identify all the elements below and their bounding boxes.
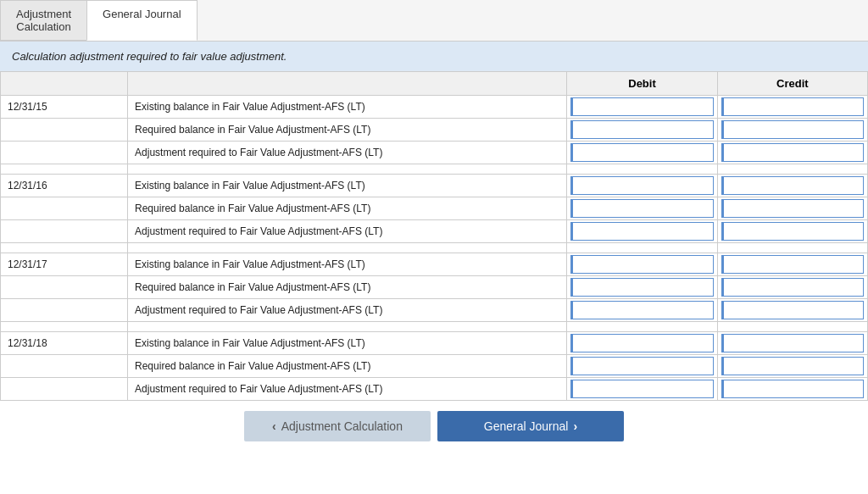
- description-cell: Adjustment required to Fair Value Adjust…: [128, 220, 567, 243]
- date-cell: 12/31/17: [1, 253, 128, 276]
- credit-cell[interactable]: [717, 378, 867, 401]
- debit-input[interactable]: [570, 380, 713, 398]
- header-debit: Debit: [567, 72, 717, 96]
- header-credit: Credit: [717, 72, 867, 96]
- debit-input[interactable]: [570, 255, 713, 274]
- date-cell: 12/31/15: [1, 96, 128, 119]
- debit-cell[interactable]: [567, 175, 717, 197]
- debit-input[interactable]: [570, 120, 713, 139]
- description-cell: Required balance in Fair Value Adjustmen…: [128, 119, 567, 142]
- date-cell: [1, 197, 128, 220]
- table-row: Adjustment required to Fair Value Adjust…: [1, 142, 868, 164]
- table-row: Adjustment required to Fair Value Adjust…: [1, 299, 868, 322]
- debit-input[interactable]: [570, 199, 713, 218]
- table-row: Adjustment required to Fair Value Adjust…: [1, 378, 868, 401]
- spacer-row: [1, 164, 868, 175]
- table-row: 12/31/16Existing balance in Fair Value A…: [1, 175, 868, 197]
- debit-input[interactable]: [570, 222, 713, 241]
- credit-cell[interactable]: [717, 175, 867, 197]
- info-bar: Calculation adjustment required to fair …: [0, 42, 868, 71]
- prev-button-label: Adjustment Calculation: [281, 419, 403, 433]
- credit-cell[interactable]: [717, 299, 867, 322]
- description-cell: Adjustment required to Fair Value Adjust…: [128, 378, 567, 401]
- main-table-container: Debit Credit 12/31/15Existing balance in…: [0, 71, 868, 401]
- credit-cell[interactable]: [717, 96, 867, 119]
- table-row: Adjustment required to Fair Value Adjust…: [1, 220, 868, 243]
- debit-input[interactable]: [570, 278, 713, 297]
- table-row: 12/31/15Existing balance in Fair Value A…: [1, 96, 868, 119]
- credit-cell[interactable]: [717, 276, 867, 299]
- credit-input[interactable]: [721, 255, 864, 274]
- credit-input[interactable]: [721, 199, 864, 218]
- debit-cell[interactable]: [567, 197, 717, 220]
- debit-input[interactable]: [570, 357, 713, 375]
- description-cell: Adjustment required to Fair Value Adjust…: [128, 299, 567, 322]
- date-cell: [1, 220, 128, 243]
- next-button[interactable]: General Journal ›: [437, 411, 624, 441]
- header-desc: [128, 72, 567, 96]
- debit-cell[interactable]: [567, 119, 717, 142]
- debit-cell[interactable]: [567, 96, 717, 119]
- description-cell: Existing balance in Fair Value Adjustmen…: [128, 332, 567, 355]
- date-cell: [1, 142, 128, 164]
- description-cell: Existing balance in Fair Value Adjustmen…: [128, 175, 567, 197]
- description-cell: Required balance in Fair Value Adjustmen…: [128, 197, 567, 220]
- credit-input[interactable]: [721, 301, 864, 319]
- tab-adjustment-calculation[interactable]: Adjustment Calculation: [0, 0, 86, 41]
- spacer-row: [1, 322, 868, 332]
- debit-cell[interactable]: [567, 378, 717, 401]
- prev-chevron-icon: ‹: [272, 419, 276, 433]
- credit-input[interactable]: [721, 176, 864, 195]
- date-cell: 12/31/18: [1, 332, 128, 355]
- credit-input[interactable]: [721, 357, 864, 375]
- credit-cell[interactable]: [717, 220, 867, 243]
- credit-cell[interactable]: [717, 119, 867, 142]
- credit-input[interactable]: [721, 334, 864, 352]
- header-date: [1, 72, 128, 96]
- date-cell: [1, 276, 128, 299]
- debit-input[interactable]: [570, 176, 713, 195]
- debit-input[interactable]: [570, 97, 713, 116]
- prev-button[interactable]: ‹ Adjustment Calculation: [244, 411, 431, 441]
- tab-adjustment-calculation-label: Adjustment Calculation: [16, 8, 71, 33]
- info-bar-text: Calculation adjustment required to fair …: [12, 50, 287, 63]
- debit-cell[interactable]: [567, 276, 717, 299]
- debit-cell[interactable]: [567, 142, 717, 164]
- debit-cell[interactable]: [567, 299, 717, 322]
- date-cell: [1, 355, 128, 378]
- debit-input[interactable]: [570, 334, 713, 352]
- credit-input[interactable]: [721, 120, 864, 139]
- credit-input[interactable]: [721, 380, 864, 398]
- debit-cell[interactable]: [567, 253, 717, 276]
- credit-cell[interactable]: [717, 253, 867, 276]
- spacer-row: [1, 243, 868, 253]
- credit-input[interactable]: [721, 278, 864, 297]
- tab-general-journal-label: General Journal: [103, 8, 181, 20]
- table-row: Required balance in Fair Value Adjustmen…: [1, 276, 868, 299]
- debit-input[interactable]: [570, 301, 713, 319]
- credit-cell[interactable]: [717, 197, 867, 220]
- debit-cell[interactable]: [567, 220, 717, 243]
- debit-cell[interactable]: [567, 332, 717, 355]
- table-row: Required balance in Fair Value Adjustmen…: [1, 197, 868, 220]
- table-row: 12/31/18Existing balance in Fair Value A…: [1, 332, 868, 355]
- date-cell: [1, 119, 128, 142]
- description-cell: Existing balance in Fair Value Adjustmen…: [128, 96, 567, 119]
- credit-input[interactable]: [721, 222, 864, 241]
- description-cell: Adjustment required to Fair Value Adjust…: [128, 142, 567, 164]
- next-chevron-icon: ›: [573, 419, 577, 433]
- table-row: Required balance in Fair Value Adjustmen…: [1, 119, 868, 142]
- debit-input[interactable]: [570, 143, 713, 162]
- footer-nav: ‹ Adjustment Calculation General Journal…: [0, 401, 868, 448]
- credit-cell[interactable]: [717, 332, 867, 355]
- table-row: 12/31/17Existing balance in Fair Value A…: [1, 253, 868, 276]
- credit-input[interactable]: [721, 97, 864, 116]
- date-cell: 12/31/16: [1, 175, 128, 197]
- tab-bar: Adjustment Calculation General Journal: [0, 0, 868, 42]
- debit-cell[interactable]: [567, 355, 717, 378]
- credit-cell[interactable]: [717, 142, 867, 164]
- credit-input[interactable]: [721, 143, 864, 162]
- tab-general-journal[interactable]: General Journal: [86, 0, 198, 41]
- credit-cell[interactable]: [717, 355, 867, 378]
- date-cell: [1, 299, 128, 322]
